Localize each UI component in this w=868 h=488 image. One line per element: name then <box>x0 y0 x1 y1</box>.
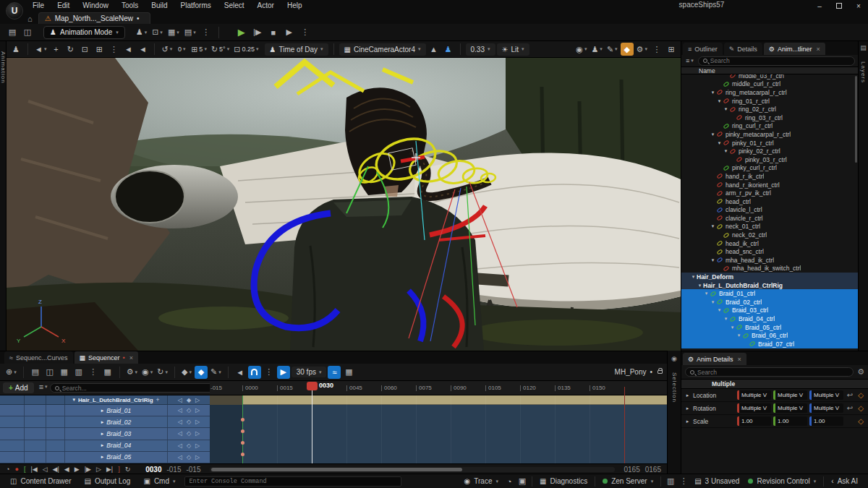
caret-icon[interactable]: ▸ <box>684 406 691 411</box>
caret-icon[interactable]: ▾ <box>710 257 716 263</box>
tab-anim-tliner[interactable]: ⚙Anim...tliner× <box>764 43 825 55</box>
to-front-button[interactable]: |◀ <box>30 466 37 473</box>
outliner-search[interactable] <box>698 56 855 66</box>
sequence-world-icon[interactable]: ⊕▾ <box>4 366 18 379</box>
caret-icon[interactable]: ▸ <box>101 431 104 437</box>
outliner-row[interactable]: ring_curl_r_ctrl <box>681 122 858 131</box>
brush-icon[interactable]: ✎▾ <box>605 43 619 56</box>
value-field[interactable]: 1.00 <box>809 416 843 426</box>
scale-snap-icon[interactable]: ⊡0.25▾ <box>232 43 260 56</box>
grid-tool-icon[interactable]: ⊞ <box>93 43 106 56</box>
outliner-row[interactable]: pinky_curl_r_ctrl <box>681 164 858 173</box>
next-key-icon[interactable]: ▷ <box>195 454 200 461</box>
next-key-icon[interactable]: ▷ <box>195 430 200 437</box>
previous-key-icon[interactable]: ◁ <box>178 419 182 425</box>
outliner-search-input[interactable] <box>710 57 850 64</box>
caret-icon[interactable]: ▾ <box>723 106 729 112</box>
minimize-button[interactable]: – <box>814 2 825 10</box>
trace-pause-icon[interactable]: ◔ <box>503 475 516 488</box>
skip-next-button[interactable]: |▶ <box>251 26 264 39</box>
save-sequence-icon[interactable]: ▤ <box>29 366 42 379</box>
fps-selector[interactable]: 30 fps ▾ <box>292 367 327 377</box>
burn-in-icon[interactable]: ▦ <box>101 366 114 379</box>
add-key-icon[interactable]: ◇ <box>187 454 191 461</box>
unreal-logo-icon[interactable]: U <box>6 2 23 20</box>
caret-icon[interactable]: ▾ <box>710 132 716 137</box>
caret-icon[interactable]: ▸ <box>101 454 104 460</box>
caret-icon[interactable]: ▾ <box>716 140 723 146</box>
playhead-marker[interactable] <box>307 382 318 390</box>
outliner-row[interactable]: middle_03_r_ctrl <box>681 74 858 80</box>
keyframe-diamond-icon[interactable]: ◇ <box>856 404 865 412</box>
menu-actor[interactable]: Actor <box>251 0 281 12</box>
track-row[interactable]: ▸Braid_02◁◇▷ <box>0 416 210 428</box>
caret-icon[interactable]: ▾ <box>729 325 736 330</box>
keyframe-dot[interactable] <box>241 441 244 445</box>
unsaved-button[interactable]: ▤ 3 Unsaved <box>690 474 744 488</box>
menu-edit[interactable]: Edit <box>51 0 76 12</box>
settings-gear-icon[interactable]: ⚙ <box>857 367 864 377</box>
home-icon[interactable]: ⌂ <box>27 14 33 23</box>
browse-sequence-icon[interactable]: ◫ <box>43 366 56 379</box>
add-track-button[interactable]: + Add <box>3 382 34 393</box>
outliner-row[interactable]: ▾Braid_06_ctrl <box>681 331 858 340</box>
create-camera-icon[interactable]: ▦ <box>58 366 71 379</box>
rotate-tool-icon[interactable]: ↻ <box>64 43 77 56</box>
anim-mode-icon[interactable]: ♟ <box>9 43 22 56</box>
outliner-row[interactable]: clavicle_r_ctrl <box>681 214 858 223</box>
menu-tools[interactable]: Tools <box>115 0 145 12</box>
camera-selector[interactable]: ▦ CineCameraActor4 ▾ <box>339 43 426 56</box>
value-field[interactable]: Multiple V <box>809 390 843 400</box>
menu-window[interactable]: Window <box>76 0 115 12</box>
close-icon[interactable]: × <box>129 354 133 361</box>
caret-icon[interactable]: ▾ <box>723 148 729 154</box>
outliner-row[interactable]: head_ctrl <box>681 197 858 206</box>
keyframe-diamond-icon[interactable]: ◇ <box>856 391 865 399</box>
step-forward-button[interactable]: |▶ <box>85 466 91 473</box>
value-field[interactable]: Multiple V <box>737 390 771 400</box>
anim-details-search-input[interactable] <box>697 369 848 376</box>
outliner-row[interactable]: ▾pinky_01_r_ctrl <box>681 139 858 147</box>
caret-icon[interactable]: ▾ <box>72 397 75 403</box>
timeline-scrollbar[interactable] <box>210 467 614 472</box>
playback-options-icon[interactable]: ↻▾ <box>156 366 169 379</box>
seq-dots-icon[interactable]: ⋮ <box>87 366 100 379</box>
rotation-snap-icon[interactable]: ↻5°▾ <box>210 43 231 56</box>
caret-icon[interactable]: ▸ <box>101 408 104 414</box>
sequence-breadcrumb-icon[interactable]: ▦ <box>342 366 355 379</box>
next-key-button[interactable]: ▷ <box>96 466 101 473</box>
outliner-row[interactable]: ▾Braid_05_ctrl <box>681 323 858 332</box>
name-column-header[interactable]: Name <box>681 67 858 74</box>
value-field[interactable]: Multiple V <box>809 403 843 413</box>
eject-icon[interactable]: ▲ <box>427 43 441 56</box>
playback-rate-icon[interactable]: ▶ <box>277 366 290 379</box>
caret-icon[interactable]: ▾ <box>690 274 697 280</box>
value-field[interactable]: Multiple V <box>773 403 807 413</box>
render-movie-icon[interactable]: ▥ <box>72 366 85 379</box>
caret-icon[interactable]: ▾ <box>710 90 716 95</box>
outliner-row[interactable]: ▾pinky_02_r_ctrl <box>681 147 858 155</box>
loop-mode-button[interactable]: ↻ <box>125 466 131 473</box>
output-log-button[interactable]: ▤ Output Log <box>80 474 135 488</box>
close-icon[interactable]: × <box>816 46 820 53</box>
play-options-button[interactable]: ⋮ <box>299 26 312 39</box>
tab-outliner[interactable]: ≡Outliner <box>683 43 723 55</box>
undo-icon[interactable]: ↩ <box>846 404 854 412</box>
cycle-space-icon[interactable]: ↺▾ <box>160 43 174 56</box>
ask-ai-button[interactable]: ‹ Ask AI <box>827 474 862 488</box>
outliner-row[interactable]: neck_02_ctrl <box>681 231 858 239</box>
trace-button[interactable]: ◉ Trace ▾ <box>460 474 503 488</box>
outliner-row[interactable]: ▾Braid_04_ctrl <box>681 314 858 323</box>
outliner-row[interactable]: ▾mha_head_ik_ctrl <box>681 256 858 265</box>
caret-icon[interactable]: ▾ <box>703 291 710 296</box>
timeline-ruler[interactable]: -015000000150045006000750090010501200135… <box>210 381 667 395</box>
status-dots-icon[interactable]: ⋮ <box>677 475 690 488</box>
tab-sequenc-curves[interactable]: ≈Sequenc...Curves <box>4 351 73 364</box>
filter-icon[interactable]: ≡▾ <box>684 56 695 66</box>
step-back-button[interactable]: ◀| <box>53 466 59 473</box>
previous-key-icon[interactable]: ◁ <box>178 407 182 414</box>
add-key-icon[interactable]: ◆ <box>187 397 191 403</box>
viewport-settings-icon[interactable]: ⚙▾ <box>635 43 649 56</box>
track-filter-icon[interactable]: ≡▾ <box>37 381 50 392</box>
playhead-line[interactable] <box>312 390 312 463</box>
